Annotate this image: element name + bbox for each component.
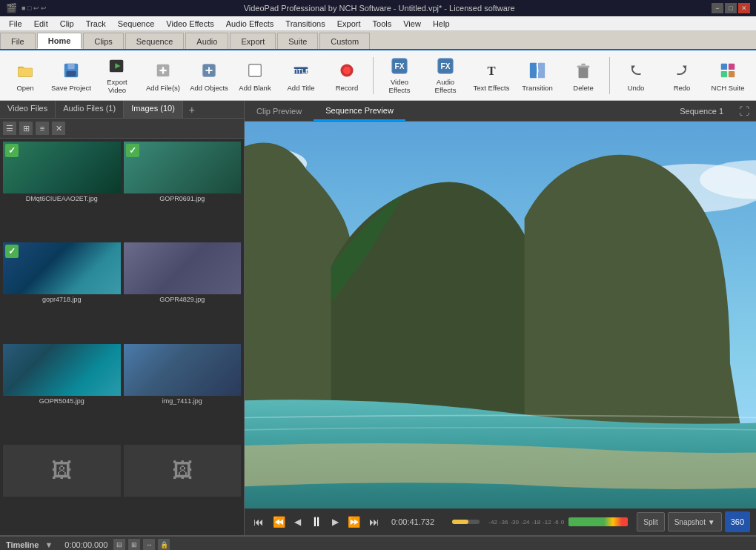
close-button[interactable]: ✕ <box>738 3 750 13</box>
step-forward-button[interactable]: ⏩ <box>345 514 363 529</box>
menu-item-sequence[interactable]: Sequence <box>112 18 161 30</box>
media-view-btn-1[interactable]: ⊞ <box>19 122 33 135</box>
video-effects-icon: FX <box>388 56 411 76</box>
add-files-button[interactable]: Add File(s) <box>141 53 185 99</box>
back-button[interactable]: ◀ <box>291 515 304 529</box>
timeline-dropdown[interactable]: ▼ <box>44 540 53 549</box>
menu-item-export[interactable]: Export <box>331 18 367 30</box>
add-objects-icon <box>197 59 221 82</box>
snapshot-button[interactable]: Snapshot ▼ <box>668 512 722 531</box>
tab-sequence[interactable]: Sequence <box>125 33 185 49</box>
file-tab-audio-files--1-[interactable]: Audio Files (1) <box>56 101 124 118</box>
tab-file[interactable]: File <box>0 33 36 49</box>
export-video-button[interactable]: Export Video <box>95 53 139 99</box>
media-item-1[interactable]: ✓GOPR0691.jpg <box>124 142 242 239</box>
skip-back-button[interactable]: ⏮ <box>251 514 267 529</box>
media-view-btn-3[interactable]: ✕ <box>52 122 65 135</box>
media-item-7[interactable]: 🖼 <box>124 445 242 532</box>
add-blank-icon <box>243 59 267 82</box>
progress-bar[interactable] <box>452 520 480 524</box>
tab-export[interactable]: Export <box>230 33 276 49</box>
skip-forward-button[interactable]: ⏭ <box>366 514 382 529</box>
media-view-btn-2[interactable]: ≡ <box>36 122 49 135</box>
file-tabs: Video FilesAudio Files (1)Images (10)+ <box>0 101 244 119</box>
menu-item-tools[interactable]: Tools <box>367 18 398 30</box>
audio-effects-label: Audio Effects <box>425 78 465 95</box>
record-icon <box>335 59 359 82</box>
add-objects-button[interactable]: Add Objects <box>187 53 231 99</box>
preview-canvas <box>245 122 756 508</box>
open-icon <box>13 59 37 82</box>
btn-360[interactable]: 360 <box>725 511 750 532</box>
media-thumb-1: ✓ <box>124 142 242 193</box>
toolbar-separator-1 <box>373 57 374 94</box>
sequence-preview-tab[interactable]: Sequence Preview <box>314 102 405 121</box>
add-media-button[interactable]: + <box>183 101 201 118</box>
timeline-ctrl-2[interactable]: ⊞ <box>128 539 140 551</box>
right-panel: Clip Preview Sequence Preview Sequence 1… <box>245 101 756 535</box>
menu-item-clip[interactable]: Clip <box>54 18 80 30</box>
timeline-ctrl-1[interactable]: ⊟ <box>113 539 125 551</box>
undo-button[interactable]: Undo <box>614 53 658 99</box>
menu-item-track[interactable]: Track <box>80 18 112 30</box>
timeline-label: Timeline <box>6 540 39 549</box>
menu-item-transitions[interactable]: Transitions <box>279 18 331 30</box>
delete-button[interactable]: Delete <box>561 53 606 99</box>
redo-button[interactable]: Redo <box>660 53 704 99</box>
record-button[interactable]: Record <box>325 53 369 99</box>
svg-rect-0 <box>19 68 32 76</box>
maximize-button[interactable]: □ <box>725 3 737 13</box>
split-button[interactable]: Split <box>637 512 664 531</box>
undo-label: Undo <box>628 84 645 92</box>
media-view-btn-0[interactable]: ☰ <box>3 122 16 135</box>
window-controls[interactable]: − □ ✕ <box>712 3 750 13</box>
menu-item-video-effects[interactable]: Video Effects <box>160 18 219 30</box>
suite-button[interactable]: NCH Suite <box>706 53 750 99</box>
tab-audio[interactable]: Audio <box>185 33 228 49</box>
audio-effects-button[interactable]: FXAudio Effects <box>423 53 468 99</box>
menu-item-audio-effects[interactable]: Audio Effects <box>220 18 280 30</box>
media-item-2[interactable]: ✓gopr4718.jpg <box>3 242 121 340</box>
pause-button[interactable]: ⏸ <box>307 513 326 531</box>
placeholder-icon-7: 🖼 <box>172 458 193 483</box>
tab-home[interactable]: Home <box>37 33 82 49</box>
transition-icon <box>525 59 549 82</box>
menu-item-edit[interactable]: Edit <box>28 18 54 30</box>
tab-suite[interactable]: Suite <box>277 33 318 49</box>
app-icons: ■ □ ↩ ↩ <box>21 4 47 12</box>
menu-item-view[interactable]: View <box>397 18 427 30</box>
text-effects-button[interactable]: TText Effects <box>469 53 514 99</box>
forward-button[interactable]: ▶ <box>329 515 342 529</box>
media-item-5[interactable]: img_7411.jpg <box>124 344 242 442</box>
timeline-ctrl-4[interactable]: 🔒 <box>158 539 170 551</box>
suite-icon <box>716 59 740 82</box>
add-blank-button[interactable]: Add Blank <box>233 53 277 99</box>
step-back-button[interactable]: ⏪ <box>270 514 288 529</box>
media-item-4[interactable]: GOPR5045.jpg <box>3 344 121 442</box>
svg-rect-27 <box>577 65 590 67</box>
clip-preview-tab[interactable]: Clip Preview <box>245 102 314 120</box>
fullscreen-button[interactable]: ⛶ <box>735 102 753 120</box>
file-tab-video-files[interactable]: Video Files <box>0 101 56 118</box>
preview-area <box>245 122 756 508</box>
media-item-0[interactable]: ✓DMqt6CIUEAAO2ET.jpg <box>3 142 121 239</box>
save-project-button[interactable]: Save Project <box>49 53 93 99</box>
tab-custom[interactable]: Custom <box>319 33 370 49</box>
minimize-button[interactable]: − <box>712 3 723 13</box>
transition-button[interactable]: Transition <box>515 53 560 99</box>
menu-item-help[interactable]: Help <box>427 18 456 30</box>
open-button[interactable]: Open <box>3 53 47 99</box>
suite-label: NCH Suite <box>712 84 745 92</box>
save-project-icon <box>59 59 83 82</box>
meter-bar <box>568 517 628 526</box>
timeline-ctrl-3[interactable]: ↔ <box>143 539 155 551</box>
media-item-6[interactable]: 🖼 <box>3 445 121 532</box>
file-tab-images--10-[interactable]: Images (10) <box>124 101 183 118</box>
add-title-button[interactable]: TITLEAdd Title <box>279 53 323 99</box>
tab-clips[interactable]: Clips <box>83 33 123 49</box>
media-item-3[interactable]: GOPR4829.jpg <box>124 242 242 340</box>
menu-item-file[interactable]: File <box>3 18 28 30</box>
video-effects-button[interactable]: FXVideo Effects <box>377 53 422 99</box>
text-effects-icon: T <box>480 59 503 82</box>
placeholder-icon-6: 🖼 <box>51 458 72 483</box>
